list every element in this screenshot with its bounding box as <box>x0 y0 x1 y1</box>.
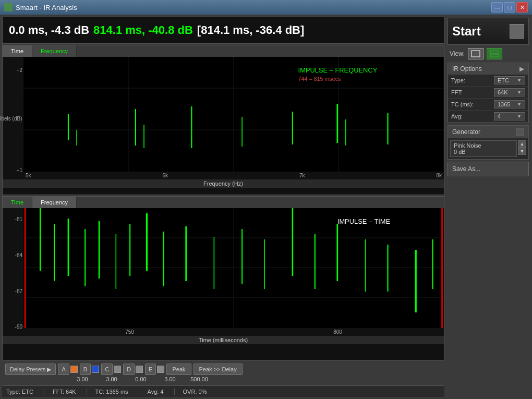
avg-dropdown[interactable]: 4 ▼ <box>494 112 525 120</box>
delay-e-value: 500.00 <box>186 376 213 382</box>
bottom-x-axis-label: Time (milliseconds) <box>3 336 444 344</box>
delay-e-button[interactable]: E <box>145 364 156 375</box>
gen-scroll-up[interactable]: ▲ <box>518 140 526 148</box>
avg-row: Avg: 4 ▼ <box>448 111 528 123</box>
type-dropdown-arrow: ▼ <box>517 78 522 83</box>
ir-options-label: IR Options <box>452 65 482 72</box>
gen-scroll: ▲ ▼ <box>518 140 526 157</box>
tc-dropdown-arrow: ▼ <box>517 102 522 107</box>
tc-value: 1365 <box>498 101 510 107</box>
start-button[interactable]: Start <box>448 18 529 45</box>
status-fft: FFT: 64K <box>53 389 87 395</box>
svg-text:IMPULSE – TIME: IMPULSE – TIME <box>337 219 390 225</box>
svg-text:744 – 815 msecs: 744 – 815 msecs <box>298 76 341 82</box>
app-title: Smaart - IR Analysis <box>16 4 77 11</box>
bottom-x-ticks: 750 800 <box>23 328 444 336</box>
svg-text:IMPULSE – FREQUENCY: IMPULSE – FREQUENCY <box>298 67 378 74</box>
delay-d-button[interactable]: D <box>123 364 135 375</box>
main-container: 0.0 ms, -4.3 dB 814.1 ms, -40.8 dB [814.… <box>0 15 532 399</box>
view-label: View: <box>450 50 465 57</box>
statusbar: Type: ETC FFT: 64K TC: 1365 ms Avg: 4 OV… <box>2 385 444 397</box>
x-tick-8k: 8k <box>436 173 442 178</box>
bottom-chart-tabs: Time Frequency <box>3 197 444 208</box>
delay-group-e: E <box>145 364 164 375</box>
view-dual-icon <box>490 50 499 57</box>
delay-a-value: 3.00 <box>69 376 96 382</box>
y-tick-label-81: -81 <box>4 216 22 222</box>
top-x-axis-label: Frequency (Hz) <box>3 179 444 188</box>
fft-row: FFT: 64K ▼ <box>448 87 528 99</box>
status-tc: TC: 1365 ms <box>95 389 139 395</box>
view-dual-button[interactable] <box>487 48 502 59</box>
top-chart-svg: IMPULSE – FREQUENCY 744 – 815 msecs <box>23 57 444 172</box>
top-chart-plot: IMPULSE – FREQUENCY 744 – 815 msecs 5k 6… <box>23 57 444 179</box>
delay-group-b: B <box>80 364 99 375</box>
type-dropdown[interactable]: ETC ▼ <box>494 76 525 84</box>
delay-c-color <box>114 366 121 373</box>
x-tick-5k: 5k <box>26 173 31 178</box>
top-tab-frequency[interactable]: Frequency <box>32 45 77 57</box>
view-single-button[interactable] <box>468 48 483 59</box>
delay-d-color <box>136 366 143 373</box>
delay-a-button[interactable]: A <box>58 364 69 375</box>
bottom-chart-plot: IMPULSE – TIME 750 800 <box>23 208 444 336</box>
app-icon <box>4 3 13 11</box>
x-tick-7k: 7k <box>299 173 305 178</box>
y-axis-label: Decibels (dB) <box>0 115 22 121</box>
status-avg: Avg: 4 <box>148 389 175 395</box>
maximize-button[interactable]: □ <box>504 2 515 13</box>
status-ovr: OVR: 0% <box>183 389 217 395</box>
type-row: Type: ETC ▼ <box>448 75 528 87</box>
fft-key: FFT: <box>451 89 463 95</box>
bottom-tab-time[interactable]: Time <box>3 197 32 208</box>
save-as-button[interactable]: Save As... <box>448 162 529 176</box>
fft-dropdown[interactable]: 64K ▼ <box>494 88 525 96</box>
generator-label: Generator <box>452 128 480 136</box>
tc-row: TC (ms): 1365 ▼ <box>448 99 528 111</box>
generator-list: Pink Noise 0 dB <box>450 140 517 157</box>
delay-a-color <box>70 366 78 373</box>
gen-level: 0 dB <box>454 149 513 155</box>
delay-presets-button[interactable]: Delay Presets ▶ <box>5 364 56 375</box>
gen-scroll-down[interactable]: ▼ <box>518 148 526 155</box>
generator-toggle[interactable] <box>516 128 524 136</box>
view-row: View: <box>448 47 529 61</box>
ir-options-header[interactable]: IR Options ▶ <box>448 63 528 75</box>
delay-group-c: C <box>101 364 121 375</box>
svg-rect-47 <box>471 51 480 57</box>
top-chart-inner: +2 Decibels (dB) +1 <box>3 57 444 179</box>
delay-group-a: A <box>58 364 77 375</box>
delay-e-color <box>157 366 164 373</box>
bottom-chart-inner: -81 -84 -87 -90 <box>3 208 444 336</box>
delay-d-value: 3.00 <box>156 376 184 382</box>
y-tick-label-84: -84 <box>4 252 22 258</box>
delay-c-button[interactable]: C <box>101 364 113 375</box>
top-chart-container: Time Frequency +2 Decibels (dB) +1 <box>2 45 444 195</box>
bottom-tab-frequency[interactable]: Frequency <box>32 197 77 208</box>
bottom-chart-container: Time Frequency -81 -84 -87 -90 <box>2 196 444 360</box>
close-button[interactable]: ✕ <box>516 2 528 13</box>
x-tick-750: 750 <box>125 329 134 335</box>
peak-delay-button[interactable]: Peak >> Delay <box>194 364 243 375</box>
top-tab-time[interactable]: Time <box>3 45 32 57</box>
right-panel: Start View: IR Options ▶ Type: <box>446 17 530 397</box>
ir-options-panel: IR Options ▶ Type: ETC ▼ FFT: 64K ▼ TC (… <box>448 63 529 123</box>
peak-button[interactable]: Peak <box>166 364 191 375</box>
top-x-ticks: 5k 6k 7k 8k <box>23 172 444 179</box>
generator-panel: Generator Pink Noise 0 dB ▲ ▼ <box>448 125 529 160</box>
type-value: ETC <box>498 77 509 83</box>
header-left-text: 0.0 ms, -4.3 dB <box>9 23 89 37</box>
status-type: Type: ETC <box>6 389 44 395</box>
start-label: Start <box>452 24 481 39</box>
x-tick-6k: 6k <box>162 173 168 178</box>
x-tick-800: 800 <box>333 329 342 335</box>
delay-b-button[interactable]: B <box>80 364 91 375</box>
top-chart-tabs: Time Frequency <box>3 45 444 57</box>
ir-options-arrow: ▶ <box>519 65 524 72</box>
type-key: Type: <box>451 77 465 83</box>
minimize-button[interactable]: — <box>491 2 503 13</box>
tc-dropdown[interactable]: 1365 ▼ <box>494 100 525 108</box>
gen-signal: Pink Noise <box>454 142 513 149</box>
delay-values-row: 3.00 3.00 0.00 3.00 500.00 <box>5 376 441 382</box>
delay-row: Delay Presets ▶ A B C <box>5 364 441 375</box>
